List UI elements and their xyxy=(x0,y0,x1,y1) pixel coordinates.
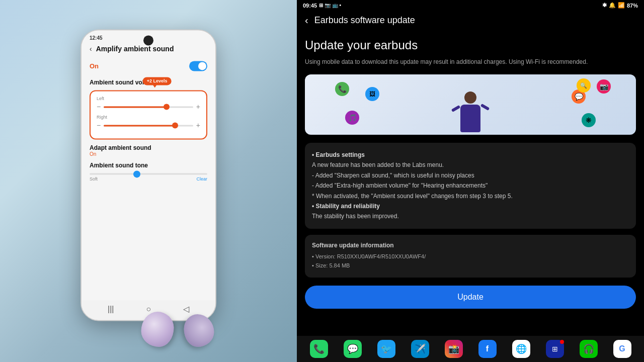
app-phone[interactable]: 📞 xyxy=(310,340,328,358)
android-page-title: Earbuds software update xyxy=(314,15,415,26)
figure-head xyxy=(464,92,476,104)
software-info-title: Software update information xyxy=(312,242,629,249)
on-toggle[interactable] xyxy=(189,61,207,71)
android-header: ‹ Earbuds software update xyxy=(297,11,644,30)
android-status-bar: 09:45 ⊞ 📷 📺 • ✱ 🔔 📶 87% xyxy=(297,0,644,11)
float-icon-search: 🔍 xyxy=(577,78,591,93)
right-slider-plus[interactable]: + xyxy=(196,121,200,129)
android-content: Update your earbuds Using mobile data to… xyxy=(297,30,644,336)
status-icons: ⊞ 📷 📺 • xyxy=(319,3,341,8)
slider-tooltip: +2 Levels xyxy=(143,77,172,85)
app-google[interactable]: G xyxy=(613,340,631,358)
phone-content: On Ambient sound volume +2 Levels Left − xyxy=(82,57,215,186)
tone-labels: Soft Clear xyxy=(90,176,207,182)
update-subtitle: Using mobile data to download this updat… xyxy=(305,57,636,66)
sound-icon: 🔔 xyxy=(609,2,616,9)
soft-label: Soft xyxy=(90,176,98,182)
left-slider-minus[interactable]: − xyxy=(97,103,101,111)
phone-camera xyxy=(143,35,153,45)
left-slider-thumb[interactable] xyxy=(164,104,170,110)
update-notes-card: • Earbuds settings A new feature has bee… xyxy=(305,143,636,229)
right-slider-row: Right − + xyxy=(97,115,200,129)
float-icon-phone: 📞 xyxy=(335,82,349,96)
notes-line5: * When activated, the "Ambient sound lev… xyxy=(312,191,629,201)
left-slider-track[interactable] xyxy=(104,106,193,108)
earbuds-container xyxy=(141,312,214,347)
bluetooth-icon: ✱ xyxy=(602,2,607,9)
notes-line6: • Stability and reliability xyxy=(312,203,380,210)
notes-line7: The stability has been improved. xyxy=(312,211,629,221)
left-panel: 12:45 ‹ Amplify ambient sound On Ambient… xyxy=(0,0,297,362)
android-bottom-bar: 📞 💬 🐦 ✈️ 📸 f 🌐 ⊞ 🎧 G xyxy=(297,336,644,362)
phone-screen-title: Amplify ambient sound xyxy=(96,45,174,53)
app-galaxy-wearable[interactable]: 🎧 xyxy=(580,340,598,358)
notes-line1: • Earbuds settings xyxy=(312,151,365,158)
app-instagram[interactable]: 📸 xyxy=(445,340,463,358)
update-button[interactable]: Update xyxy=(305,286,636,309)
signal-icon: 📶 xyxy=(618,2,625,9)
earbud-right xyxy=(184,314,214,347)
tone-section: Ambient sound tone Soft Clear xyxy=(90,162,207,182)
tone-slider-thumb[interactable] xyxy=(133,170,140,177)
notes-text: • Earbuds settings A new feature has bee… xyxy=(312,150,629,222)
left-label: Left xyxy=(97,96,200,101)
left-slider-container: − + xyxy=(97,103,200,111)
phone-nav-recents[interactable]: ||| xyxy=(108,305,114,314)
figure-body xyxy=(460,105,480,132)
battery-indicator: 87% xyxy=(627,3,638,9)
android-back-button[interactable]: ‹ xyxy=(305,15,308,26)
left-slider-fill xyxy=(104,106,166,108)
figure-arm-left xyxy=(451,105,461,112)
notes-line2: A new feature has been added to the Labs… xyxy=(312,160,629,170)
adapt-value: On xyxy=(90,151,207,157)
update-illustration: 📞 🖼 💬 📷 🔍 🎵 ❋ xyxy=(305,74,636,135)
figure-arm-right xyxy=(480,104,490,111)
right-slider-minus[interactable]: − xyxy=(97,121,101,129)
phone-back-icon[interactable]: ‹ xyxy=(90,45,92,53)
float-icon-video: 🎵 xyxy=(345,111,359,125)
adapt-section: Adapt ambient sound On xyxy=(90,144,207,157)
software-version: • Version: R510XXU0AWF4/R510XXU0AWF4/ xyxy=(312,252,629,261)
left-slider-row: Left − + xyxy=(97,96,200,111)
app-samsung-apps[interactable]: ⊞ xyxy=(546,340,564,358)
right-label: Right xyxy=(97,115,200,120)
right-slider-track[interactable] xyxy=(104,125,193,126)
clear-label: Clear xyxy=(196,176,207,182)
right-slider-fill xyxy=(104,125,175,126)
notes-line3: - Added "Sharpen call sound," which is u… xyxy=(312,170,629,180)
phone-screen: 12:45 ‹ Amplify ambient sound On Ambient… xyxy=(82,30,215,320)
app-telegram[interactable]: ✈️ xyxy=(411,340,429,358)
float-icon-portrait: 🖼 xyxy=(365,87,379,101)
tone-slider-track[interactable] xyxy=(90,173,207,174)
software-info-text: • Version: R510XXU0AWF4/R510XXU0AWF4/ • … xyxy=(312,252,629,270)
app-facebook[interactable]: f xyxy=(478,340,497,358)
right-panel: 09:45 ⊞ 📷 📺 • ✱ 🔔 📶 87% ‹ Earbuds softwa… xyxy=(297,0,644,362)
left-slider-plus[interactable]: + xyxy=(196,103,200,111)
phone-time: 12:45 xyxy=(90,35,103,41)
update-heading: Update your earbuds xyxy=(305,38,636,52)
tone-slider-container xyxy=(90,173,207,174)
software-info-card: Software update information • Version: R… xyxy=(305,235,636,278)
app-chrome[interactable]: 🌐 xyxy=(512,340,530,358)
toggle-row: On xyxy=(90,61,207,71)
float-icon-camera: 📷 xyxy=(597,79,611,94)
toggle-label: On xyxy=(90,62,99,70)
right-slider-container: − + xyxy=(97,121,200,129)
status-right: ✱ 🔔 📶 87% xyxy=(602,2,638,9)
phone-mockup: 12:45 ‹ Amplify ambient sound On Ambient… xyxy=(80,29,216,321)
tone-label: Ambient sound tone xyxy=(90,162,207,169)
right-slider-thumb[interactable] xyxy=(172,122,178,128)
illustration-figure xyxy=(460,92,480,132)
float-icon-flower: ❋ xyxy=(582,113,596,127)
android-time: 09:45 xyxy=(303,3,317,9)
software-size: • Size: 5.84 MB xyxy=(312,261,629,270)
slider-section: +2 Levels Left − + Righ xyxy=(90,90,207,139)
status-left: 09:45 ⊞ 📷 📺 • xyxy=(303,3,341,9)
app-twitter[interactable]: 🐦 xyxy=(377,340,395,358)
app-whatsapp[interactable]: 💬 xyxy=(344,340,362,358)
earbud-left xyxy=(141,312,174,347)
notes-line4: - Added "Extra-high ambient volume" for … xyxy=(312,180,629,191)
adapt-label: Adapt ambient sound xyxy=(90,144,207,151)
